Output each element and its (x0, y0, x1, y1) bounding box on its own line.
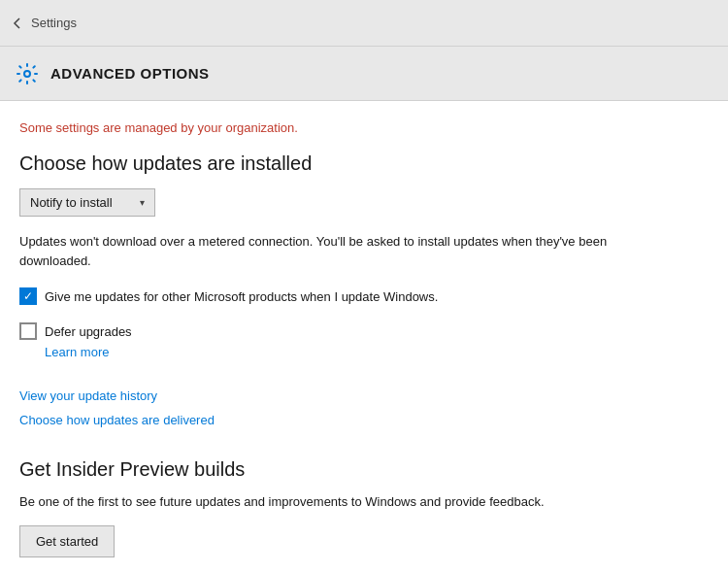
page-header: ADVANCED OPTIONS (0, 47, 728, 101)
defer-upgrades-section: Defer upgrades Learn more (19, 322, 709, 369)
defer-upgrades-label: Defer upgrades (45, 324, 132, 339)
microsoft-products-label: Give me updates for other Microsoft prod… (45, 289, 438, 304)
top-bar: Settings (0, 0, 728, 47)
dropdown-selected-label: Notify to install (30, 195, 113, 210)
insider-title: Get Insider Preview builds (19, 458, 709, 481)
insider-description: Be one of the first to see future update… (19, 492, 709, 512)
gear-icon (16, 62, 39, 85)
svg-point-0 (24, 71, 30, 77)
topbar-title: Settings (31, 16, 77, 30)
insider-section: Get Insider Preview builds Be one of the… (19, 455, 709, 573)
updates-description: Updates won't download over a metered co… (19, 232, 679, 270)
microsoft-products-checkbox-row[interactable]: ✓ Give me updates for other Microsoft pr… (19, 287, 709, 305)
page-title: ADVANCED OPTIONS (50, 65, 210, 82)
back-button[interactable] (12, 17, 23, 29)
get-started-button[interactable]: Get started (19, 525, 115, 557)
org-notice: Some settings are managed by your organi… (19, 120, 709, 135)
checkmark-icon: ✓ (23, 290, 33, 302)
section1-title: Choose how updates are installed (19, 152, 709, 175)
learn-more-link[interactable]: Learn more (45, 345, 109, 359)
defer-upgrades-checkbox-row[interactable]: Defer upgrades (19, 322, 709, 340)
chevron-down-icon: ▾ (140, 197, 145, 208)
view-update-history-link[interactable]: View your update history (19, 388, 709, 403)
choose-delivery-link[interactable]: Choose how updates are delivered (19, 413, 709, 427)
install-type-dropdown[interactable]: Notify to install ▾ (19, 188, 155, 217)
microsoft-products-checkbox[interactable]: ✓ (19, 287, 37, 305)
main-content: Some settings are managed by your organi… (0, 101, 728, 573)
links-section: View your update history Choose how upda… (19, 388, 709, 427)
defer-upgrades-checkbox[interactable] (19, 322, 37, 340)
